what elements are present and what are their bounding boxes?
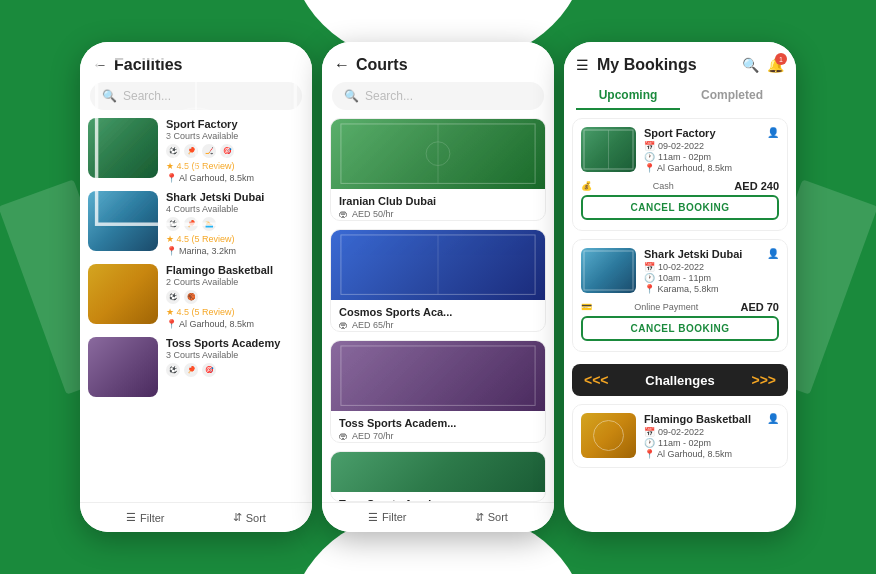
phone-facilities: ← Facilities 🔍 Search... Sport Factory 3… [80, 42, 312, 532]
court-price: 🏟 AED 65/hr [339, 320, 537, 330]
booking-facility-name: Shark Jetski Dubai [644, 248, 742, 260]
sort-label: Sort [488, 511, 508, 523]
header-icons: 🔍 🔔 1 [742, 56, 784, 74]
sort-button[interactable]: ⇵ Sort [475, 511, 508, 524]
phones-container: ← Facilities 🔍 Search... Sport Factory 3… [80, 42, 796, 532]
clock-icon: 🕐 [644, 438, 655, 448]
sport-icon-1: ⚽ [166, 363, 180, 377]
notification-wrapper[interactable]: 🔔 1 [767, 56, 784, 74]
booking-name-row: Shark Jetski Dubai 👤 [644, 248, 779, 260]
list-item[interactable]: Shark Jetski Dubai 👤 📅 10-02-2022 🕐 10am… [572, 239, 788, 352]
online-payment-icon: 💳 [581, 302, 592, 312]
challenges-left-arrows: <<< [584, 372, 609, 388]
location-icon: 📍 [644, 449, 655, 459]
court-info: Iranian Club Dubai 🏟 AED 50/hr ★ 4.5 (5 … [331, 189, 545, 221]
booking-location: 📍 Karama, 5.8km [644, 284, 779, 294]
person-icon: 👤 [767, 413, 779, 424]
booking-image [581, 248, 636, 293]
menu-icon[interactable]: ☰ [576, 57, 589, 73]
list-item[interactable]: Cosmos Sports Aca... 🏟 AED 65/hr ★ 4.5 (… [330, 229, 546, 332]
person-icon: 👤 [767, 248, 779, 259]
bookings-header: ☰ My Bookings 🔍 🔔 1 [564, 42, 796, 82]
facility-sport-icons: ⚽ 🏓 🎯 [166, 363, 304, 377]
phone-bookings: ☰ My Bookings 🔍 🔔 1 Upcoming Completed [564, 42, 796, 532]
courts-search-bar[interactable]: 🔍 Search... [332, 82, 544, 110]
facility-info: Toss Sports Academy 3 Courts Available ⚽… [166, 337, 304, 380]
booking-date: 📅 10-02-2022 [644, 262, 779, 272]
facility-courts: 3 Courts Available [166, 350, 304, 360]
back-icon[interactable]: ← [334, 56, 350, 74]
booking-facility-name: Sport Factory [644, 127, 716, 139]
sport-icon-2: 🏓 [184, 363, 198, 377]
sport-icon-2: 🏀 [184, 290, 198, 304]
booking-name-row: Sport Factory 👤 [644, 127, 779, 139]
bookings-tabs: Upcoming Completed [564, 82, 796, 110]
court-info: Toss Sports Academ... 🏟 AED 70/hr ★ 4.5 … [331, 411, 545, 443]
filter-icon: ☰ [126, 511, 136, 524]
payment-method: Online Payment [634, 302, 698, 312]
filter-button[interactable]: ☰ Filter [126, 511, 164, 524]
calendar-icon: 📅 [644, 427, 655, 437]
filter-label: Filter [382, 511, 406, 523]
facility-location: 📍 Al Garhoud, 8.5km [166, 319, 304, 329]
booking-details-top: Sport Factory 👤 📅 09-02-2022 🕐 11am - 02… [573, 119, 787, 177]
filter-button[interactable]: ☰ Filter [368, 511, 406, 524]
list-item[interactable]: Flamingo Basketball 2 Courts Available ⚽… [88, 264, 304, 329]
courts-title: Courts [356, 56, 408, 74]
court-image [331, 119, 545, 189]
court-name: Toss Sports Academ... [339, 417, 537, 429]
search-icon[interactable]: 🔍 [742, 57, 759, 73]
booking-amount: AED 70 [740, 301, 779, 313]
list-item[interactable]: Sport Factory 👤 📅 09-02-2022 🕐 11am - 02… [572, 118, 788, 231]
search-icon: 🔍 [344, 89, 359, 103]
booking-location: 📍 Al Garhoud, 8.5km [644, 449, 779, 459]
clock-icon: 🕐 [644, 273, 655, 283]
list-item[interactable]: Toss Sports Academ... 🏟 AED 70/hr ★ 4.5 … [330, 340, 546, 443]
list-item[interactable]: Flamingo Basketball 👤 📅 09-02-2022 🕐 11a… [572, 404, 788, 468]
tab-completed[interactable]: Completed [680, 82, 784, 110]
filter-icon: ☰ [368, 511, 378, 524]
facility-sport-icons: ⚽ 🏀 [166, 290, 304, 304]
booking-details-top: Flamingo Basketball 👤 📅 09-02-2022 🕐 11a… [573, 405, 787, 463]
facility-name: Toss Sports Academy [166, 337, 304, 349]
booking-name-row: Flamingo Basketball 👤 [644, 413, 779, 425]
sort-button[interactable]: ⇵ Sort [233, 511, 266, 524]
booking-payment: 💰 Cash AED 240 [573, 177, 787, 195]
court-icon: 🏟 [339, 209, 348, 219]
location-icon: 📍 [166, 319, 177, 329]
list-item[interactable]: Iranian Club Dubai 🏟 AED 50/hr ★ 4.5 (5 … [330, 118, 546, 221]
location-icon: 📍 [644, 163, 655, 173]
challenges-bar[interactable]: <<< Challenges >>> [572, 364, 788, 396]
list-item[interactable]: Toss Sports Academy 3 Courts Available ⚽… [88, 337, 304, 397]
cancel-booking-button[interactable]: CANCEL BOOKING [581, 316, 779, 341]
booking-info: Sport Factory 👤 📅 09-02-2022 🕐 11am - 02… [644, 127, 779, 173]
booking-info: Shark Jetski Dubai 👤 📅 10-02-2022 🕐 10am… [644, 248, 779, 294]
phone-courts: ← Courts 🔍 Search... Iranian Club Dubai … [322, 42, 554, 532]
sport-icon-3: 🎯 [202, 363, 216, 377]
court-name: Iranian Club Dubai [339, 195, 537, 207]
facility-info: Flamingo Basketball 2 Courts Available ⚽… [166, 264, 304, 329]
facility-name: Flamingo Basketball [166, 264, 304, 276]
booking-image [581, 127, 636, 172]
booking-info: Flamingo Basketball 👤 📅 09-02-2022 🕐 11a… [644, 413, 779, 459]
facilities-bottom-bar: ☰ Filter ⇵ Sort [80, 502, 312, 532]
tab-upcoming[interactable]: Upcoming [576, 82, 680, 110]
calendar-icon: 📅 [644, 262, 655, 272]
booking-image [581, 413, 636, 458]
svg-rect-16 [584, 251, 633, 290]
list-item[interactable]: Toss Sports Academ... 🏟 AED 70/hr [330, 451, 546, 502]
cancel-booking-button[interactable]: CANCEL BOOKING [581, 195, 779, 220]
court-icon: 🏟 [339, 431, 348, 441]
court-name: Cosmos Sports Aca... [339, 306, 537, 318]
court-icon: 🏟 [339, 320, 348, 330]
person-icon: 👤 [767, 127, 779, 138]
svg-rect-13 [341, 346, 535, 405]
notification-badge: 1 [775, 53, 787, 65]
court-price: 🏟 AED 50/hr [339, 209, 537, 219]
bookings-title: My Bookings [597, 56, 697, 74]
booking-location: 📍 Al Garhoud, 8.5km [644, 163, 779, 173]
booking-facility-name: Flamingo Basketball [644, 413, 751, 425]
location-icon: 📍 [166, 246, 177, 256]
court-image [331, 341, 545, 411]
sort-icon: ⇵ [233, 511, 242, 524]
